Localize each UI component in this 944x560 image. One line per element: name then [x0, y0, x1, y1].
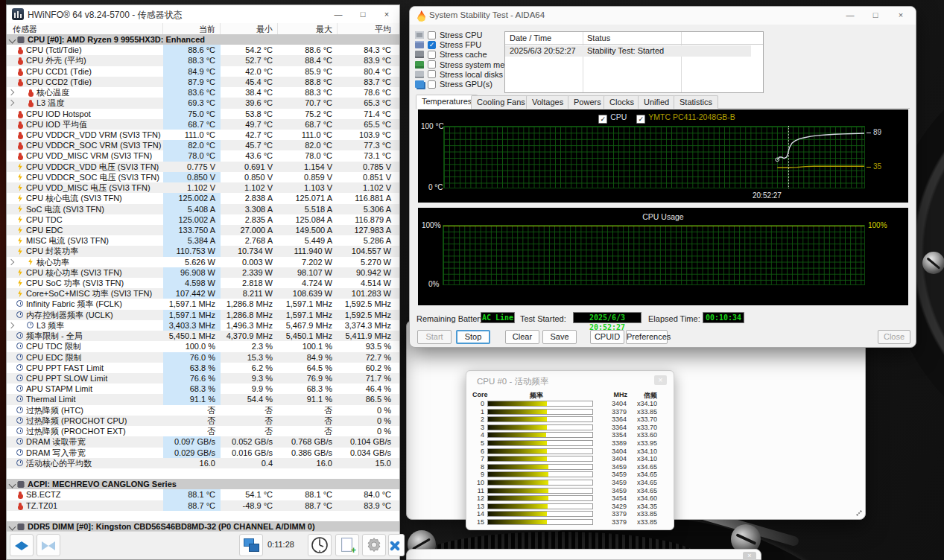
chevron-down-icon[interactable] — [9, 481, 16, 489]
close-button[interactable]: × — [376, 5, 398, 23]
sensor-row[interactable]: CPU VDDCR_SOC VRM (SVI3 TFN)82.0 °C45.7 … — [7, 140, 399, 150]
sensor-row[interactable]: Core+SoC+MISC 功率 (SVI3 TFN)107.442 W8.21… — [7, 288, 399, 299]
bottom-partial-window[interactable]: × — [406, 549, 761, 560]
tab-cooling-fans[interactable]: Cooling Fans — [471, 95, 531, 109]
chevron-right-icon[interactable] — [8, 89, 14, 95]
sensor-row[interactable]: 频率限制 - 全局5,450.1 MHz4,370.9 MHz5,450.1 M… — [7, 331, 399, 341]
collapse-columns-button[interactable] — [37, 534, 60, 556]
cpu-frequency-popup[interactable]: CPU #0 - 活动频率 × Core 频率 MHz 倍频 03404x34.… — [466, 370, 674, 530]
cpuid-button[interactable]: CPUID — [590, 330, 624, 344]
hwinfo-window[interactable]: HWiNFO® 64 v8.24-5700 - 传感器状态 — □ × 传感器 … — [6, 4, 400, 560]
resize-grip[interactable] — [856, 510, 862, 516]
tab-voltages[interactable]: Voltages — [526, 95, 569, 109]
checkbox[interactable] — [428, 70, 436, 78]
sensor-group-header[interactable]: ACPI: MECHREVO CANGLONG Series — [7, 479, 399, 489]
sensor-row[interactable]: APU STAPM Limit68.3 %9.9 %68.3 %46.4 % — [7, 384, 399, 394]
sensor-row[interactable]: 过热降频 (PROCHOT EXT)否否否0 % — [7, 426, 399, 436]
sensor-table[interactable]: CPU [#0]: AMD Ryzen 9 9955HX3D: Enhanced… — [7, 34, 399, 532]
chevron-right-icon[interactable] — [8, 258, 14, 264]
sensor-row[interactable]: 过热降频 (HTC)否否否0 % — [7, 405, 399, 416]
maximize-button[interactable]: □ — [864, 7, 887, 25]
exit-icon[interactable] — [388, 534, 405, 556]
checkbox[interactable]: ✓ — [428, 41, 436, 49]
sensor-row[interactable]: CPU CCD2 (Tdie)87.9 °C45.4 °C88.8 °C83.7… — [7, 77, 399, 87]
col-sensor[interactable]: 传感器 — [13, 24, 37, 35]
sensor-row[interactable]: CPU 核心功率 (SVI3 TFN)96.908 W2.339 W98.107… — [7, 267, 399, 278]
col-avg[interactable]: 平均 — [338, 24, 391, 35]
checkbox[interactable] — [428, 80, 436, 89]
sensor-row[interactable]: TZ.TZ0188.7 °C-48.9 °C88.7 °C83.9 °C — [7, 500, 399, 511]
aida64-stability-test-window[interactable]: System Stability Test - AIDA64 — □ × Str… — [409, 6, 916, 348]
sensor-table-header[interactable]: 传感器 当前 最小 最大 平均 — [7, 23, 399, 35]
sensor-row[interactable]: 内存控制器频率 (UCLK)1,597.1 MHz1,286.8 MHz1,59… — [7, 310, 399, 320]
maximize-button[interactable]: □ — [352, 5, 374, 23]
sensor-row[interactable]: CPU TDC 限制100.0 %2.3 %100.1 %93.5 % — [7, 341, 399, 351]
close-icon[interactable]: × — [654, 375, 667, 385]
cpu-legend-checkbox[interactable]: ✓ — [598, 115, 607, 124]
expand-columns-button[interactable] — [10, 534, 34, 556]
close-test-button[interactable]: Close — [878, 330, 910, 344]
sensor-row[interactable]: CPU 封装功率110.753 W10.734 W111.940 W104.55… — [7, 246, 399, 256]
report-icon[interactable]: + — [335, 534, 359, 556]
sensor-row[interactable]: CPU VDD_MISC VRM (SVI3 TFN)78.0 °C43.6 °… — [7, 150, 399, 161]
start-button[interactable]: Start — [417, 330, 452, 344]
col-current[interactable]: 当前 — [163, 24, 215, 35]
sensor-row[interactable]: 核心功率5.626 W0.003 W7.202 W5.270 W — [7, 257, 399, 267]
sensor-row[interactable]: CPU PPT FAST Limit63.8 %6.2 %64.5 %60.2 … — [7, 363, 399, 373]
ssd-legend-checkbox[interactable]: ✓ — [636, 115, 645, 124]
close-button[interactable]: × — [889, 7, 913, 25]
sensor-group-header[interactable]: CPU [#0]: AMD Ryzen 9 9955HX3D: Enhanced — [7, 34, 399, 45]
checkbox[interactable] — [428, 51, 436, 59]
stop-button[interactable]: Stop — [456, 330, 490, 344]
checkbox[interactable] — [428, 60, 436, 69]
sensor-row[interactable]: Thermal Limit91.1 %54.4 %91.1 %86.5 % — [7, 394, 399, 404]
settings-gear-icon[interactable] — [362, 534, 386, 556]
remote-sensors-button[interactable] — [239, 534, 263, 556]
sensor-row[interactable]: SoC 电流 (SVI3 TFN)5.408 A3.308 A5.518 A5.… — [7, 204, 399, 214]
sensor-row[interactable]: 核心温度83.6 °C38.4 °C88.3 °C78.6 °C — [7, 87, 399, 98]
checkbox[interactable] — [428, 31, 436, 39]
chevron-right-icon[interactable] — [8, 100, 14, 106]
sensor-row[interactable]: CPU 核心电流 (SVI3 TFN)125.002 A2.838 A125.0… — [7, 193, 399, 203]
sensor-row[interactable]: CPU EDC133.750 A27.000 A149.500 A127.983… — [7, 225, 399, 235]
test-log-table[interactable]: Date / Time Status 2025/6/3 20:52:27 Sta… — [504, 31, 764, 93]
sensor-row[interactable]: CPU IOD Hotspot75.0 °C53.8 °C75.2 °C71.4… — [7, 109, 399, 119]
sensor-row[interactable]: CPU TDC125.002 A2.835 A125.084 A116.879 … — [7, 214, 399, 225]
chevron-down-icon[interactable] — [9, 524, 16, 531]
clear-button[interactable]: Clear — [505, 330, 539, 344]
close-icon[interactable]: × — [743, 552, 756, 560]
sensor-row[interactable]: CPU IOD 平均值68.7 °C49.7 °C68.7 °C65.5 °C — [7, 119, 399, 130]
sensor-row[interactable]: CPU PPT SLOW Limit76.6 %9.3 %76.9 %71.7 … — [7, 373, 399, 384]
sensor-row[interactable]: 过热降频 (PROCHOT CPU)否否否0 % — [7, 416, 399, 426]
sensor-row[interactable]: CPU VDDCR_VDD 电压 (SVI3 TFN)0.775 V0.691 … — [7, 162, 399, 172]
sensor-row[interactable]: 活动核心的平均数16.00.416.015.0 — [7, 458, 399, 468]
clock-icon[interactable] — [308, 534, 332, 556]
sensor-row[interactable]: CPU SoC 功率 (SVI3 TFN)4.598 W2.818 W4.724… — [7, 278, 399, 288]
tab-statistics[interactable]: Statistics — [674, 95, 718, 109]
sensor-row[interactable]: SB.ECTZ88.1 °C54.1 °C88.1 °C84.0 °C — [7, 489, 399, 500]
preferences-button[interactable]: Preferences — [626, 330, 668, 344]
sensor-row[interactable]: CPU CCD1 (Tdie)84.9 °C42.0 °C85.9 °C80.4… — [7, 66, 399, 77]
sensor-row[interactable]: DRAM 读取带宽0.097 GB/s0.052 GB/s0.768 GB/s0… — [7, 436, 399, 447]
tab-temperatures[interactable]: Temperatures — [416, 95, 478, 109]
tab-powers[interactable]: Powers — [568, 95, 607, 109]
sensor-row[interactable]: CPU EDC 限制76.0 %15.3 %84.9 %72.7 % — [7, 352, 399, 363]
save-button[interactable]: Save — [542, 330, 577, 344]
sensor-row[interactable]: CPU VDDCR_VDD VRM (SVI3 TFN)111.0 °C42.7… — [7, 130, 399, 140]
sensor-row[interactable]: CPU 外壳 (平均)88.3 °C52.7 °C88.4 °C83.9 °C — [7, 55, 399, 66]
sensor-row[interactable]: CPU (Tctl/Tdie)88.6 °C54.2 °C88.6 °C84.3… — [7, 45, 399, 55]
col-max[interactable]: 最大 — [278, 24, 332, 35]
tab-unified[interactable]: Unified — [638, 95, 675, 109]
hwinfo-titlebar[interactable]: HWiNFO® 64 v8.24-5700 - 传感器状态 — □ × — [7, 5, 399, 24]
sensor-row[interactable]: L3 频率3,403.3 MHz1,496.3 MHz5,467.9 MHz3,… — [7, 320, 399, 331]
sensor-row[interactable]: DRAM 写入带宽0.029 GB/s0.016 GB/s0.386 GB/s0… — [7, 448, 399, 458]
sensor-row[interactable]: L3 温度69.3 °C39.6 °C70.7 °C65.3 °C — [7, 98, 399, 108]
chevron-down-icon[interactable] — [9, 36, 16, 44]
chevron-right-icon[interactable] — [8, 322, 14, 328]
log-row[interactable]: 2025/6/3 20:52:27 Stability Test: Starte… — [505, 45, 751, 57]
aida64-titlebar[interactable]: System Stability Test - AIDA64 — □ × — [410, 7, 916, 25]
sensor-row[interactable]: Infinity Fabric 频率 (FCLK)1,597.1 MHz1,28… — [7, 299, 399, 309]
sensor-row[interactable]: CPU VDDCR_SOC 电压 (SVI3 TFN)0.850 V0.850 … — [7, 172, 399, 182]
sensor-row[interactable]: MISC 电流 (SVI3 TFN)5.384 A2.768 A5.449 A5… — [7, 235, 399, 246]
minimize-button[interactable]: — — [838, 7, 862, 25]
